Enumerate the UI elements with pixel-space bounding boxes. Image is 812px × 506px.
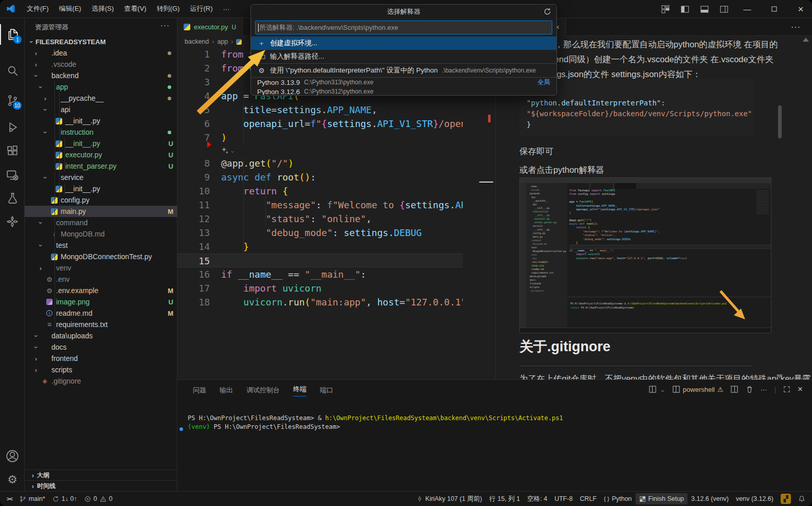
quickpick-item-2[interactable]: ⚙使用 \"python.defaultInterpreterPath\" 设置…: [251, 64, 556, 77]
minimize-button[interactable]: —: [736, 1, 759, 18]
venv-item[interactable]: venv (3.12.6): [732, 493, 777, 504]
git-branch-item[interactable]: main*: [16, 493, 49, 504]
panel-tab-调试控制台[interactable]: 调试控制台: [246, 386, 280, 395]
editor2-more-icon[interactable]: ···: [791, 23, 801, 32]
quickpick-item-1[interactable]: 输入解释器路径...: [251, 50, 556, 63]
kill-terminal-icon[interactable]: [746, 386, 753, 393]
tree-item-executor.py[interactable]: executor.pyU: [25, 149, 177, 160]
quickpick-item-0[interactable]: +创建虚拟环境...: [251, 37, 556, 50]
tree-item-__init__.py[interactable]: __init__.py: [25, 183, 177, 194]
toggle-panel-icon[interactable]: [697, 3, 712, 15]
terminal-command-decoration[interactable]: [179, 427, 183, 431]
tree-item-backend[interactable]: ›backend: [25, 70, 177, 81]
tree-item-frontend[interactable]: ›frontend: [25, 353, 177, 364]
tree-item-test[interactable]: ›test: [25, 240, 177, 251]
git-sync-item[interactable]: 1↓ 0↑: [49, 493, 81, 504]
tree-item-.idea[interactable]: ›.idea: [25, 47, 177, 59]
menu-选择(S)[interactable]: 选择(S): [86, 2, 119, 15]
tree-item-command[interactable]: ›command: [25, 217, 177, 228]
customize-layout-icon[interactable]: [658, 3, 673, 15]
blame-item[interactable]: KiriAky 107 (1 周前): [413, 493, 485, 504]
explorer-icon[interactable]: 1: [0, 24, 25, 45]
task-item[interactable]: Finish Setup: [636, 493, 688, 504]
tree-item-intent_parser.py[interactable]: intent_parser.pyU: [25, 160, 177, 172]
scroll-down-arrow-icon[interactable]: [777, 374, 783, 378]
preview-scrollbar-thumb[interactable]: [778, 105, 782, 138]
panel-tab-终端[interactable]: 终端: [293, 385, 306, 396]
tree-item-requirements.txt[interactable]: ≡requirements.txt: [25, 319, 177, 330]
menu-more[interactable]: ···: [218, 3, 234, 15]
refresh-icon[interactable]: [544, 8, 551, 15]
tree-item-main.py[interactable]: main.pyM: [25, 206, 177, 217]
menu-文件(F)[interactable]: 文件(F): [22, 2, 54, 15]
tree-item-MongoDBConnectionTest.py[interactable]: MongoDBConnectionTest.py: [25, 251, 177, 262]
notifications-bell-icon[interactable]: [795, 493, 809, 504]
breadcrumb-item[interactable]: backend: [185, 38, 209, 45]
tree-item-service[interactable]: ›service: [25, 172, 177, 183]
tree-item-data\uploads[interactable]: ›data\uploads: [25, 330, 177, 341]
close-panel-icon[interactable]: ×: [798, 384, 803, 394]
split-terminal-icon[interactable]: [731, 386, 738, 393]
tree-item-.vscode[interactable]: ›.vscode: [25, 59, 177, 70]
tree-item-MongoDB.md[interactable]: ↓MongoDB.md: [25, 228, 177, 240]
tree-item-scripts[interactable]: ›scripts: [25, 364, 177, 375]
tree-item-image.png[interactable]: image.pngU: [25, 296, 177, 308]
settings-gear-icon[interactable]: ⚙: [0, 469, 25, 490]
remote-explorer-icon[interactable]: [0, 165, 25, 186]
indentation-item[interactable]: 空格: 4: [524, 493, 551, 504]
language-mode-item[interactable]: { }Python: [600, 493, 635, 504]
interpreter-search-input[interactable]: 所选解释器: .\backend\venv\Scripts\python.exe: [255, 21, 552, 34]
tree-item-.env.example[interactable]: ⚙.env.exampleM: [25, 285, 177, 296]
tree-item-__init__.py[interactable]: __init__.pyU: [25, 138, 177, 149]
panel-more-icon[interactable]: ···: [761, 386, 767, 393]
explorer-more-icon[interactable]: ···: [160, 21, 170, 29]
menu-转到(G)[interactable]: 转到(G): [152, 2, 185, 15]
search-icon[interactable]: [0, 60, 25, 81]
tree-item-.env[interactable]: ⚙.env: [25, 274, 177, 285]
terminal-output[interactable]: PS H:\OwnProject\FilesReadSysteam> & h:\…: [188, 414, 563, 431]
tree-item-config.py[interactable]: config.py: [25, 194, 177, 206]
cursor-position-item[interactable]: 行 15, 列 1: [486, 493, 524, 504]
maximize-panel-icon[interactable]: [783, 386, 790, 393]
overview-ruler[interactable]: [463, 47, 495, 380]
python-interpreter-item[interactable]: 3.12.6 (venv): [688, 493, 732, 504]
inline-chat-widget[interactable]: ⌄: [177, 144, 463, 156]
launch-profile-icon[interactable]: [649, 386, 657, 393]
scroll-up-arrow-icon[interactable]: [803, 38, 809, 42]
tree-item-__pycache__[interactable]: ›__pycache__: [25, 93, 177, 104]
explorer-root-header[interactable]: › FILESREADSYSTEAM: [25, 36, 177, 47]
problems-item[interactable]: 0 0: [81, 493, 116, 504]
tree-item-.gitignore[interactable]: ◈.gitignore: [25, 375, 177, 387]
breadcrumb-item[interactable]: app: [217, 38, 228, 45]
tree-item-instruction[interactable]: ›instruction: [25, 127, 177, 138]
tree-item-api[interactable]: ›api: [25, 104, 177, 115]
code-editor[interactable]: 1from fastapi import FastAPI2from config…: [177, 47, 463, 380]
remote-indicator[interactable]: ><: [3, 493, 16, 504]
tree-item-readme.md[interactable]: ireadme.mdM: [25, 308, 177, 319]
testing-icon[interactable]: [0, 188, 25, 208]
tree-item-venv[interactable]: ›venv: [25, 262, 177, 274]
run-debug-icon[interactable]: [0, 117, 25, 137]
panel-tab-端口[interactable]: 端口: [320, 386, 333, 395]
tabnine-icon[interactable]: ▞: [777, 493, 795, 504]
account-icon[interactable]: [0, 446, 25, 466]
terminal-instance-item[interactable]: powershell ⚠: [673, 386, 724, 393]
menu-编辑(E)[interactable]: 编辑(E): [54, 2, 86, 15]
encoding-item[interactable]: UTF-8: [551, 493, 576, 504]
toggle-sidebar-icon[interactable]: [677, 3, 693, 15]
menu-查看(V)[interactable]: 查看(V): [119, 2, 151, 15]
timeline-section[interactable]: ›时间线: [25, 480, 177, 491]
panel-tab-问题[interactable]: 问题: [193, 386, 206, 395]
maximize-button[interactable]: [763, 1, 785, 18]
tree-item-docs[interactable]: ›docs: [25, 341, 177, 353]
quickpick-item-3[interactable]: Python 3.13.9C:\Python313\python.exe全局: [251, 78, 556, 87]
outline-section[interactable]: ›大纲: [25, 469, 177, 480]
tab-executor-py[interactable]: executor.py U: [177, 18, 243, 36]
close-button[interactable]: ×: [789, 1, 812, 18]
extensions-icon[interactable]: [0, 140, 25, 161]
panel-tab-输出[interactable]: 输出: [220, 386, 233, 395]
global-link[interactable]: 全局: [537, 78, 550, 87]
tree-item-app[interactable]: ›app: [25, 81, 177, 93]
eol-item[interactable]: CRLF: [576, 493, 601, 504]
menu-运行(R)[interactable]: 运行(R): [185, 2, 218, 15]
